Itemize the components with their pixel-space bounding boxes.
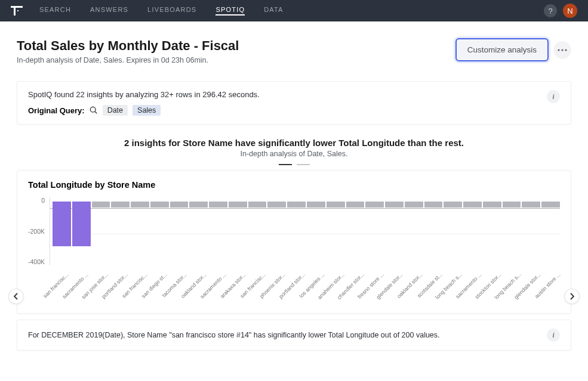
chart-bar[interactable] <box>189 202 208 207</box>
chevron-right-icon <box>569 293 574 300</box>
chart-bar[interactable] <box>444 202 462 207</box>
insight-explanation-card: For DECEMBER 2019(Date), Store Name "san… <box>17 320 571 351</box>
main-nav: SEARCHANSWERSLIVEBOARDSSPOTIQDATA <box>39 6 527 16</box>
svg-point-3 <box>558 49 559 51</box>
chart-bar[interactable] <box>405 202 423 207</box>
nav-item-spotiq[interactable]: SPOTIQ <box>216 6 245 16</box>
page-title: Total Sales by Monthly Date - Fiscal <box>17 38 239 54</box>
page-header: Total Sales by Monthly Date - Fiscal In-… <box>0 21 588 70</box>
query-chip-sales[interactable]: Sales <box>133 105 161 116</box>
chart-card: Total Longitude by Store Name 0-200K-400… <box>17 170 571 314</box>
chevron-left-icon <box>14 293 19 300</box>
y-tick-label: -400K <box>28 258 45 265</box>
chart-bar[interactable] <box>503 202 521 207</box>
nav-item-liveboards[interactable]: LIVEBOARDS <box>147 6 196 16</box>
svg-point-4 <box>561 49 563 51</box>
y-tick-label: -200K <box>28 228 45 235</box>
chart-bar[interactable] <box>229 202 247 207</box>
pager-dot-1[interactable] <box>279 164 292 165</box>
svg-rect-1 <box>14 6 16 16</box>
app-logo[interactable] <box>11 6 23 16</box>
summary-text: SpotIQ found 22 insights by analyzing 32… <box>28 90 260 99</box>
chart-y-axis: 0-200K-400K <box>28 197 50 265</box>
chart-bar[interactable] <box>424 202 443 207</box>
chart-bars-container <box>53 202 560 246</box>
chart-bar[interactable] <box>483 202 501 207</box>
chart-bar[interactable] <box>150 202 169 207</box>
svg-point-5 <box>565 49 567 51</box>
chart-bar[interactable] <box>170 202 189 207</box>
info-icon[interactable]: i <box>547 329 560 342</box>
svg-point-6 <box>90 107 96 112</box>
svg-rect-2 <box>17 10 19 11</box>
chart-bar[interactable] <box>287 202 306 207</box>
chart-bar[interactable] <box>209 202 227 207</box>
svg-rect-0 <box>11 6 23 8</box>
search-icon <box>90 106 98 114</box>
chart-bar[interactable] <box>111 202 130 207</box>
pager-indicator <box>17 164 571 165</box>
chart-title: Total Longitude by Store Name <box>28 180 560 190</box>
chart-bar[interactable] <box>131 202 149 207</box>
user-avatar[interactable]: N <box>563 4 577 18</box>
insight-subtitle: In-depth analysis of Date, Sales. <box>17 150 571 158</box>
chart-bar[interactable] <box>346 202 365 207</box>
chart-bar[interactable] <box>92 202 110 207</box>
chart-bar[interactable] <box>267 202 286 207</box>
more-actions-button[interactable] <box>553 41 571 59</box>
insight-header: 2 insights for Store Name have significa… <box>17 138 571 165</box>
nav-item-search[interactable]: SEARCH <box>39 6 71 16</box>
nav-item-data[interactable]: DATA <box>264 6 284 16</box>
next-insight-button[interactable] <box>564 289 580 304</box>
summary-card: SpotIQ found 22 insights by analyzing 32… <box>17 81 571 125</box>
chart-bar[interactable] <box>53 202 71 246</box>
original-query-label: Original Query: <box>28 106 85 115</box>
chart-bar[interactable] <box>72 202 91 246</box>
nav-item-answers[interactable]: ANSWERS <box>90 6 128 16</box>
query-chip-date[interactable]: Date <box>103 105 128 116</box>
chart-bar[interactable] <box>522 202 540 207</box>
prev-insight-button[interactable] <box>8 289 24 304</box>
page-subtitle: In-depth analysis of Date, Sales. Expire… <box>17 56 239 64</box>
insight-explanation-text: For DECEMBER 2019(Date), Store Name "san… <box>28 331 440 339</box>
insight-title: 2 insights for Store Name have significa… <box>17 138 571 148</box>
chart-x-axis: san francisc...sacramento ...san jose st… <box>50 269 560 305</box>
customize-analysis-button[interactable]: Customize analysis <box>455 38 549 61</box>
help-icon[interactable]: ? <box>544 4 557 17</box>
chart-bar[interactable] <box>248 202 267 207</box>
info-icon[interactable]: i <box>547 90 560 103</box>
chart-plot-area <box>50 197 560 265</box>
chart-bar[interactable] <box>385 202 404 207</box>
pager-dot-2[interactable] <box>297 164 310 165</box>
ellipsis-icon <box>558 49 567 51</box>
y-tick-label: 0 <box>28 197 45 204</box>
chart-bar[interactable] <box>327 202 345 207</box>
original-query-row: Original Query: Date Sales <box>28 105 260 116</box>
chart-bar[interactable] <box>307 202 325 207</box>
svg-line-7 <box>95 111 97 113</box>
chart-bar[interactable] <box>541 202 560 207</box>
chart-bar[interactable] <box>463 202 482 207</box>
chart-bar[interactable] <box>365 202 384 207</box>
top-nav-bar: SEARCHANSWERSLIVEBOARDSSPOTIQDATA ? N <box>0 0 588 21</box>
